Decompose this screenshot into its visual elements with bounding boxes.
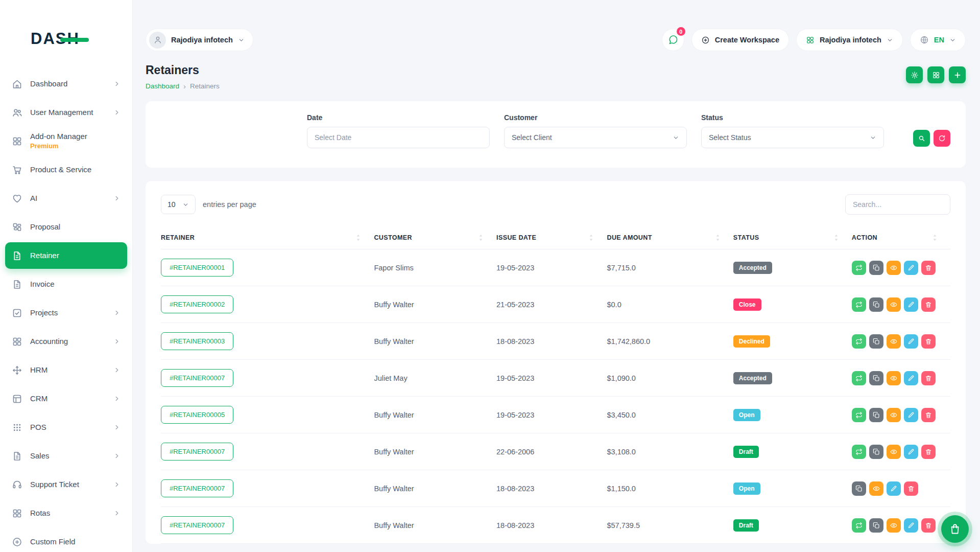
duplicate-button[interactable] [869, 371, 883, 385]
apply-filter-button[interactable] [913, 130, 930, 147]
retainer-cell: #RETAINER00001 [161, 259, 374, 277]
column-header-issue-date[interactable]: ISSUE DATE [496, 234, 607, 241]
customer-select[interactable]: Select Client [504, 127, 687, 148]
breadcrumb-dashboard-link[interactable]: Dashboard [146, 82, 179, 90]
column-header-retainer[interactable]: RETAINER [161, 234, 374, 241]
trash-icon [925, 338, 932, 345]
duplicate-button[interactable] [852, 481, 866, 496]
convert-button[interactable] [852, 334, 866, 349]
table-header-row: RETAINERCUSTOMERISSUE DATEDUE AMOUNTSTAT… [161, 226, 950, 249]
create-workspace-button[interactable]: Create Workspace [691, 29, 789, 51]
duplicate-button[interactable] [869, 518, 883, 533]
sidebar-item-pos[interactable]: POS [5, 414, 127, 441]
delete-button[interactable] [921, 334, 936, 349]
column-header-customer[interactable]: CUSTOMER [374, 234, 496, 241]
duplicate-button[interactable] [869, 297, 883, 312]
sidebar-item-support-ticket[interactable]: Support Ticket [5, 471, 127, 498]
sidebar-item-proposal[interactable]: Proposal [5, 214, 127, 240]
convert-button[interactable] [852, 297, 866, 312]
sidebar-item-custom-field[interactable]: Custom Field [5, 528, 127, 552]
messages-button[interactable]: 0 [662, 29, 684, 51]
edit-button[interactable] [904, 371, 918, 385]
view-button[interactable] [887, 371, 901, 385]
due-amount-cell: $1,090.0 [607, 374, 733, 382]
retainer-number-link[interactable]: #RETAINER00007 [161, 443, 233, 461]
create-retainer-button[interactable] [949, 66, 966, 83]
sort-icon [479, 234, 483, 241]
chevron-down-icon [870, 134, 876, 141]
sidebar-item-dashboard[interactable]: Dashboard [5, 71, 127, 97]
edit-button[interactable] [904, 297, 918, 312]
table-search-input[interactable] [845, 194, 950, 215]
sidebar-item-ai[interactable]: AI [5, 185, 127, 212]
sidebar-item-retainer[interactable]: Retainer [5, 242, 127, 269]
sidebar-item-user-management[interactable]: User Management [5, 99, 127, 126]
edit-button[interactable] [904, 445, 918, 459]
language-selector[interactable]: EN [910, 29, 966, 51]
column-header-due-amount[interactable]: DUE AMOUNT [607, 234, 733, 241]
convert-button[interactable] [852, 408, 866, 422]
view-button[interactable] [887, 408, 901, 422]
person-icon [153, 35, 162, 44]
delete-button[interactable] [921, 297, 936, 312]
sidebar-item-product-service[interactable]: Product & Service [5, 156, 127, 183]
edit-button[interactable] [904, 518, 918, 533]
chevron-right-icon [113, 366, 121, 374]
view-button[interactable] [887, 334, 901, 349]
edit-button[interactable] [904, 261, 918, 275]
column-header-status[interactable]: STATUS [733, 234, 852, 241]
edit-button[interactable] [887, 481, 901, 496]
grid-icon [12, 136, 22, 147]
sidebar-item-accounting[interactable]: Accounting [5, 328, 127, 355]
sidebar-item-add-on-manager[interactable]: Add-on ManagerPremium [5, 128, 127, 154]
duplicate-button[interactable] [869, 408, 883, 422]
view-button[interactable] [887, 261, 901, 275]
sidebar-item-label: Sales [30, 451, 106, 461]
store-fab-button[interactable] [941, 515, 969, 543]
retainer-number-link[interactable]: #RETAINER00007 [161, 479, 233, 497]
grid-view-button[interactable] [927, 66, 944, 83]
retainer-number-link[interactable]: #RETAINER00005 [161, 406, 233, 424]
view-button[interactable] [887, 445, 901, 459]
sidebar-item-invoice[interactable]: Invoice [5, 271, 127, 297]
retainer-number-link[interactable]: #RETAINER00001 [161, 259, 233, 277]
convert-button[interactable] [852, 518, 866, 533]
convert-button[interactable] [852, 261, 866, 275]
date-input[interactable] [307, 127, 490, 148]
workspace-selector[interactable]: Rajodiya infotech [146, 29, 253, 51]
duplicate-button[interactable] [869, 261, 883, 275]
sidebar-item-rotas[interactable]: Rotas [5, 500, 127, 526]
copy-icon [873, 522, 880, 529]
brand-logo[interactable]: DASH [0, 0, 132, 53]
delete-button[interactable] [921, 371, 936, 385]
sidebar-item-sales[interactable]: Sales [5, 443, 127, 469]
delete-button[interactable] [904, 481, 918, 496]
sidebar-item-crm[interactable]: CRM [5, 385, 127, 412]
sidebar-item-hrm[interactable]: HRM [5, 357, 127, 383]
duplicate-button[interactable] [869, 334, 883, 349]
retainer-number-link[interactable]: #RETAINER00007 [161, 369, 233, 387]
edit-button[interactable] [904, 334, 918, 349]
view-button[interactable] [887, 297, 901, 312]
status-select[interactable]: Select Status [701, 127, 884, 148]
company-selector[interactable]: Rajodiya infotech [796, 29, 903, 51]
convert-button[interactable] [852, 371, 866, 385]
row-actions [852, 261, 950, 275]
convert-button[interactable] [852, 445, 866, 459]
edit-button[interactable] [904, 408, 918, 422]
column-header-action[interactable]: ACTION [852, 234, 950, 241]
duplicate-button[interactable] [869, 445, 883, 459]
retainer-number-link[interactable]: #RETAINER00007 [161, 516, 233, 534]
delete-button[interactable] [921, 408, 936, 422]
entries-per-page-select[interactable]: 10 [161, 195, 196, 214]
sidebar-item-projects[interactable]: Projects [5, 300, 127, 326]
view-button[interactable] [887, 518, 901, 533]
delete-button[interactable] [921, 518, 936, 533]
delete-button[interactable] [921, 445, 936, 459]
retainer-number-link[interactable]: #RETAINER00003 [161, 332, 233, 350]
delete-button[interactable] [921, 261, 936, 275]
reset-filter-button[interactable] [934, 130, 950, 147]
view-button[interactable] [869, 481, 883, 496]
settings-button[interactable] [906, 66, 923, 83]
retainer-number-link[interactable]: #RETAINER00002 [161, 295, 233, 313]
